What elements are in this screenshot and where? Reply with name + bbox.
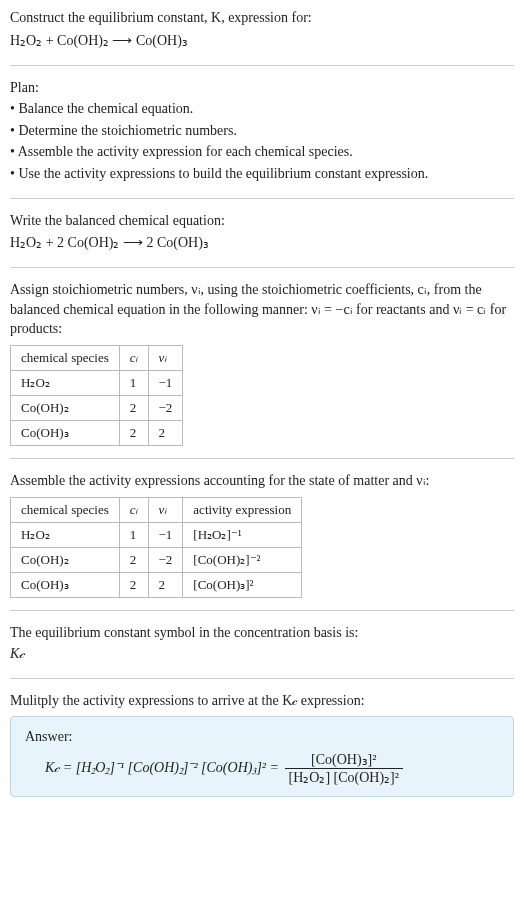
- section-final: Mulitply the activity expressions to arr…: [10, 691, 514, 809]
- cell-ci: 2: [119, 420, 148, 445]
- kc-numerator: [Co(OH)₃]²: [285, 751, 403, 769]
- cell-vi: −2: [148, 547, 183, 572]
- section-prompt: Construct the equilibrium constant, K, e…: [10, 8, 514, 66]
- table-row: H₂O₂ 1 −1: [11, 370, 183, 395]
- cell-ci: 2: [119, 395, 148, 420]
- cell-ci: 1: [119, 370, 148, 395]
- cell-species: Co(OH)₂: [11, 395, 120, 420]
- cell-vi: −1: [148, 522, 183, 547]
- plan-bullet-4: • Use the activity expressions to build …: [10, 164, 514, 184]
- prompt-equation: H₂O₂ + Co(OH)₂ ⟶ Co(OH)₃: [10, 32, 514, 49]
- table-row: Co(OH)₃ 2 2: [11, 420, 183, 445]
- kc-fraction: [Co(OH)₃]²[H₂O₂] [Co(OH)₂]²: [285, 751, 403, 786]
- stoich-header-vi: νᵢ: [148, 345, 183, 370]
- cell-vi: −1: [148, 370, 183, 395]
- stoich-text: Assign stoichiometric numbers, νᵢ, using…: [10, 280, 514, 339]
- answer-label: Answer:: [25, 727, 499, 747]
- cell-expr: [H₂O₂]⁻¹: [183, 522, 302, 547]
- cell-species: Co(OH)₃: [11, 572, 120, 597]
- section-plan: Plan: • Balance the chemical equation. •…: [10, 78, 514, 199]
- cell-species: H₂O₂: [11, 522, 120, 547]
- kc-denominator: [H₂O₂] [Co(OH)₂]²: [285, 769, 403, 786]
- prompt-title: Construct the equilibrium constant, K, e…: [10, 8, 514, 28]
- cell-ci: 1: [119, 522, 148, 547]
- table-row: Co(OH)₂ 2 −2: [11, 395, 183, 420]
- balanced-title: Write the balanced chemical equation:: [10, 211, 514, 231]
- symbol-kc: K𝒸: [10, 644, 514, 664]
- section-stoich: Assign stoichiometric numbers, νᵢ, using…: [10, 280, 514, 459]
- section-symbol: The equilibrium constant symbol in the c…: [10, 623, 514, 679]
- cell-species: H₂O₂: [11, 370, 120, 395]
- stoich-header-species: chemical species: [11, 345, 120, 370]
- final-text: Mulitply the activity expressions to arr…: [10, 691, 514, 711]
- plan-bullet-2: • Determine the stoichiometric numbers.: [10, 121, 514, 141]
- activity-header-vi: νᵢ: [148, 497, 183, 522]
- stoich-table: chemical species cᵢ νᵢ H₂O₂ 1 −1 Co(OH)₂…: [10, 345, 183, 446]
- cell-vi: −2: [148, 395, 183, 420]
- cell-species: Co(OH)₂: [11, 547, 120, 572]
- cell-ci: 2: [119, 572, 148, 597]
- cell-vi: 2: [148, 572, 183, 597]
- table-row: chemical species cᵢ νᵢ activity expressi…: [11, 497, 302, 522]
- stoich-header-ci: cᵢ: [119, 345, 148, 370]
- balanced-equation: H₂O₂ + 2 Co(OH)₂ ⟶ 2 Co(OH)₃: [10, 234, 514, 251]
- activity-header-ci: cᵢ: [119, 497, 148, 522]
- activity-text: Assemble the activity expressions accoun…: [10, 471, 514, 491]
- activity-table: chemical species cᵢ νᵢ activity expressi…: [10, 497, 302, 598]
- table-row: chemical species cᵢ νᵢ: [11, 345, 183, 370]
- table-row: Co(OH)₂ 2 −2 [Co(OH)₂]⁻²: [11, 547, 302, 572]
- kc-lhs: K𝒸 = [H₂O₂]⁻¹ [Co(OH)₂]⁻² [Co(OH)₃]² =: [45, 760, 283, 775]
- section-balanced: Write the balanced chemical equation: H₂…: [10, 211, 514, 269]
- answer-equation: K𝒸 = [H₂O₂]⁻¹ [Co(OH)₂]⁻² [Co(OH)₃]² = […: [25, 751, 499, 786]
- cell-vi: 2: [148, 420, 183, 445]
- table-row: H₂O₂ 1 −1 [H₂O₂]⁻¹: [11, 522, 302, 547]
- symbol-text: The equilibrium constant symbol in the c…: [10, 623, 514, 643]
- answer-box: Answer: K𝒸 = [H₂O₂]⁻¹ [Co(OH)₂]⁻² [Co(OH…: [10, 716, 514, 797]
- activity-header-species: chemical species: [11, 497, 120, 522]
- plan-title: Plan:: [10, 78, 514, 98]
- cell-expr: [Co(OH)₂]⁻²: [183, 547, 302, 572]
- activity-header-expr: activity expression: [183, 497, 302, 522]
- section-activity: Assemble the activity expressions accoun…: [10, 471, 514, 611]
- plan-bullet-1: • Balance the chemical equation.: [10, 99, 514, 119]
- cell-ci: 2: [119, 547, 148, 572]
- table-row: Co(OH)₃ 2 2 [Co(OH)₃]²: [11, 572, 302, 597]
- plan-bullet-3: • Assemble the activity expression for e…: [10, 142, 514, 162]
- cell-species: Co(OH)₃: [11, 420, 120, 445]
- cell-expr: [Co(OH)₃]²: [183, 572, 302, 597]
